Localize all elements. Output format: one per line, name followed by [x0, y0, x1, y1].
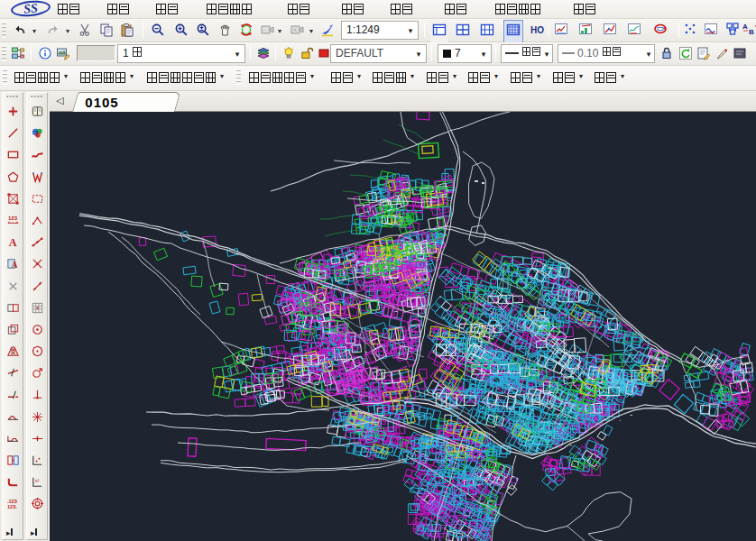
svg-text:.123: .123 [6, 499, 16, 504]
svg-text:A: A [742, 23, 748, 31]
svg-text:123.: 123. [6, 505, 16, 510]
svg-text:A: A [11, 261, 17, 270]
svg-text:x²: x² [34, 479, 39, 484]
svg-text:A: A [8, 236, 16, 249]
svg-text:123: 123 [7, 215, 17, 221]
svg-text:?: ? [34, 130, 38, 138]
